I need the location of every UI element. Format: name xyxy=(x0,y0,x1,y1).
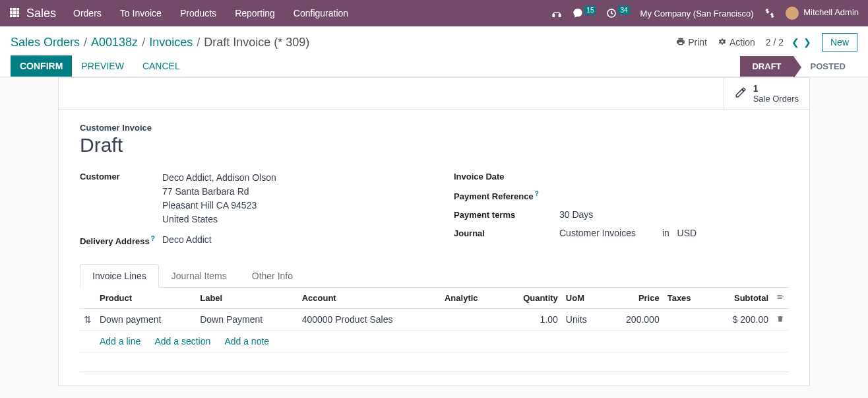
nav-menu: Orders To Invoice Products Reporting Con… xyxy=(73,8,348,18)
delivery-value[interactable]: Deco Addict xyxy=(162,234,414,245)
print-icon xyxy=(676,37,685,48)
pencil-icon xyxy=(735,86,747,100)
menu-configuration[interactable]: Configuration xyxy=(294,8,348,18)
add-note-link[interactable]: Add a note xyxy=(224,336,269,347)
top-navbar: Sales Orders To Invoice Products Reporti… xyxy=(0,0,868,26)
action-button[interactable]: Action xyxy=(718,37,755,48)
pager-next-icon[interactable]: ❯ xyxy=(803,37,811,48)
customer-label: Customer xyxy=(80,171,162,182)
doc-type-label: Customer Invoice xyxy=(80,123,788,133)
svg-rect-2 xyxy=(16,8,19,11)
svg-rect-9 xyxy=(553,14,555,17)
th-quantity[interactable]: Quantity xyxy=(500,288,562,309)
customer-value[interactable]: Deco Addict, Addison Olson 77 Santa Barb… xyxy=(162,171,414,226)
cell-uom[interactable]: Units xyxy=(562,309,604,331)
breadcrumb-sep: / xyxy=(197,36,200,50)
cell-subtotal: $ 200.00 xyxy=(709,309,772,331)
activities-badge: 34 xyxy=(618,6,629,15)
confirm-button[interactable]: CONFIRM xyxy=(11,55,72,77)
th-price[interactable]: Price xyxy=(604,288,663,309)
svg-rect-8 xyxy=(16,15,19,17)
svg-rect-0 xyxy=(10,8,13,11)
user-menu[interactable]: Mitchell Admin xyxy=(786,7,859,20)
delivery-label: Delivery Address? xyxy=(80,234,162,246)
th-uom[interactable]: UoM xyxy=(562,288,604,309)
add-section-link[interactable]: Add a section xyxy=(154,336,210,347)
cancel-button[interactable]: CANCEL xyxy=(133,55,189,77)
add-line-link[interactable]: Add a line xyxy=(100,336,140,347)
th-product[interactable]: Product xyxy=(96,288,196,309)
apps-icon[interactable] xyxy=(9,7,20,20)
svg-rect-10 xyxy=(559,14,561,17)
pager-text[interactable]: 2 / 2 xyxy=(766,37,784,48)
journal-currency[interactable]: USD xyxy=(677,228,697,238)
th-analytic[interactable]: Analytic xyxy=(441,288,500,309)
cell-taxes[interactable] xyxy=(664,309,709,331)
stat-count: 1 xyxy=(753,83,799,94)
menu-products[interactable]: Products xyxy=(180,8,216,18)
messages-badge: 15 xyxy=(584,6,596,15)
print-button[interactable]: Print xyxy=(676,37,707,48)
menu-to-invoice[interactable]: To Invoice xyxy=(120,8,162,18)
delete-row-icon[interactable] xyxy=(772,309,788,331)
stat-label: Sale Orders xyxy=(753,94,799,104)
svg-rect-1 xyxy=(13,8,16,11)
journal-in: in xyxy=(662,228,669,238)
stat-sale-orders[interactable]: 1 Sale Orders xyxy=(724,78,809,109)
cell-analytic[interactable] xyxy=(441,309,500,331)
cell-quantity[interactable]: 1.00 xyxy=(500,309,562,331)
form-scroll[interactable]: 1 Sale Orders Customer Invoice Draft Cus… xyxy=(0,77,868,395)
avatar xyxy=(786,7,799,20)
help-icon[interactable]: ? xyxy=(535,190,539,197)
th-label[interactable]: Label xyxy=(196,288,297,309)
breadcrumb: Sales Orders / A00138z / Invoices / Draf… xyxy=(11,36,309,50)
cell-price[interactable]: 200.000 xyxy=(604,309,663,331)
pager-prev-icon[interactable]: ❮ xyxy=(791,37,799,48)
payment-terms-value[interactable]: 30 Days xyxy=(559,209,788,220)
breadcrumb-sep: / xyxy=(142,36,145,50)
user-name: Mitchell Admin xyxy=(803,7,859,17)
messages-icon[interactable]: 15 xyxy=(573,8,596,18)
menu-orders[interactable]: Orders xyxy=(73,8,102,18)
status-posted[interactable]: POSTED xyxy=(793,56,857,77)
svg-rect-4 xyxy=(13,11,16,14)
debug-icon[interactable] xyxy=(764,8,775,18)
company-selector[interactable]: My Company (San Francisco) xyxy=(640,9,754,18)
support-icon[interactable] xyxy=(551,8,562,18)
tab-invoice-lines[interactable]: Invoice Lines xyxy=(80,264,159,288)
new-button[interactable]: New xyxy=(822,33,857,51)
activities-icon[interactable]: 34 xyxy=(606,8,629,18)
menu-reporting[interactable]: Reporting xyxy=(235,8,275,18)
table-row[interactable]: ⇅ Down payment Down Payment 400000 Produ… xyxy=(80,309,788,331)
cell-label[interactable]: Down Payment xyxy=(196,309,297,331)
cell-account[interactable]: 400000 Product Sales xyxy=(298,309,441,331)
svg-rect-3 xyxy=(10,11,13,14)
tab-journal-items[interactable]: Journal Items xyxy=(159,264,239,288)
app-name[interactable]: Sales xyxy=(26,7,56,20)
svg-rect-7 xyxy=(13,15,16,17)
breadcrumb-sales-orders[interactable]: Sales Orders xyxy=(11,36,80,50)
pager: 2 / 2 ❮ ❯ xyxy=(766,37,811,48)
page-title: Draft xyxy=(80,134,788,156)
preview-button[interactable]: PREVIEW xyxy=(72,55,133,77)
payment-terms-label: Payment terms xyxy=(454,209,559,220)
th-subtotal[interactable]: Subtotal xyxy=(709,288,772,309)
breadcrumb-current: Draft Invoice (* 309) xyxy=(204,36,309,50)
breadcrumb-order[interactable]: A00138z xyxy=(91,36,138,50)
columns-options-icon[interactable] xyxy=(772,288,788,309)
control-panel: Sales Orders / A00138z / Invoices / Draf… xyxy=(0,26,868,77)
svg-rect-5 xyxy=(16,11,19,14)
journal-value[interactable]: Customer Invoices xyxy=(559,228,636,238)
invoice-date-label: Invoice Date xyxy=(454,171,559,182)
help-icon[interactable]: ? xyxy=(151,235,155,242)
status-draft[interactable]: DRAFT xyxy=(740,56,793,77)
cell-product[interactable]: Down payment xyxy=(96,309,196,331)
th-taxes[interactable]: Taxes xyxy=(664,288,709,309)
gear-icon xyxy=(718,37,727,48)
tabs: Invoice Lines Journal Items Other Info xyxy=(80,263,788,288)
drag-handle-icon[interactable]: ⇅ xyxy=(80,309,96,331)
th-account[interactable]: Account xyxy=(298,288,441,309)
tab-other-info[interactable]: Other Info xyxy=(239,264,305,288)
breadcrumb-invoices[interactable]: Invoices xyxy=(149,36,193,50)
breadcrumb-sep: / xyxy=(84,36,87,50)
